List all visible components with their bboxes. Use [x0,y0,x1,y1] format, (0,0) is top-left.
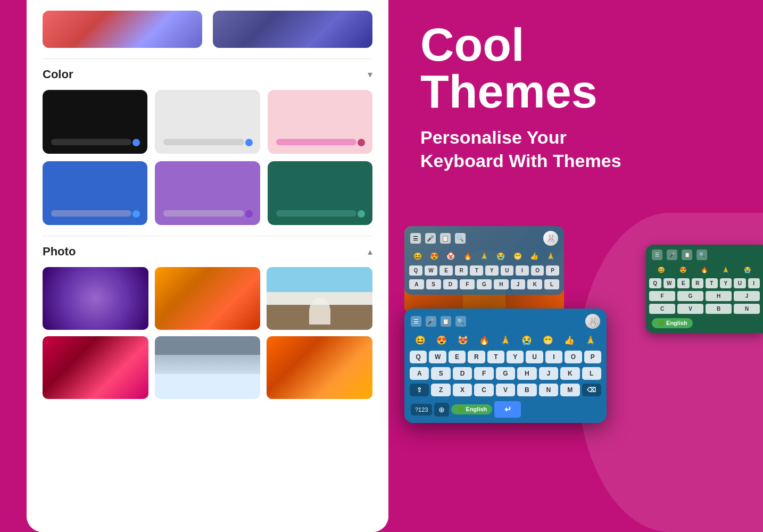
key-main-shift[interactable]: ⇧ [410,384,429,396]
key-main-q[interactable]: Q [410,351,427,363]
photo-autumn-forest[interactable] [267,336,372,399]
tr-key-c[interactable]: C [649,304,675,314]
photo-chevron-icon[interactable]: ▴ [368,246,372,257]
key-main-c[interactable]: C [474,384,493,396]
tr-key-t[interactable]: T [706,278,718,288]
tr-key-b[interactable]: B [706,304,732,314]
photo-winter-forest[interactable] [155,336,261,399]
key-main-v[interactable]: V [496,384,515,396]
gradient-blue-purple-theme[interactable] [213,11,372,48]
key-main-a[interactable]: A [410,367,429,380]
theme-card-teal[interactable] [268,161,372,225]
key-r[interactable]: R [455,265,468,276]
kb-globe-button[interactable]: ⊕ [434,403,449,417]
key-d[interactable]: D [443,279,458,289]
theme-card-black[interactable] [43,90,147,154]
key-main-p[interactable]: P [584,351,601,363]
key-o[interactable]: O [531,265,544,276]
key-u[interactable]: U [501,265,514,276]
left-panel: Color ▾ [27,0,388,532]
key-main-g[interactable]: G [496,367,515,380]
key-main-r[interactable]: R [468,351,485,363]
tr-key-f[interactable]: F [649,291,675,301]
main-avatar: 🐰 [585,314,600,329]
key-main-j[interactable]: J [539,367,558,380]
emoji-heart-eyes: 😍 [427,252,441,260]
tr-language-label[interactable]: 🌿 English [652,318,693,328]
tr-key-j[interactable]: J [734,291,760,301]
emoji-thumbsup: 👍 [527,252,541,260]
key-e[interactable]: E [439,265,453,276]
key-q[interactable]: Q [409,265,422,276]
photo-tajmahal[interactable] [267,267,372,330]
main-row-3: ⇧ Z X C V B N M ⌫ [408,383,603,397]
emoji-main-5: 🙏 [496,335,515,345]
tr-key-y[interactable]: Y [720,278,732,288]
key-main-s[interactable]: S [431,367,450,380]
key-main-n[interactable]: N [539,384,558,396]
tr-key-u[interactable]: U [734,278,746,288]
key-main-m[interactable]: M [560,384,579,396]
kb-language-button[interactable]: 🌿 English [451,404,492,414]
tr-key-e[interactable]: E [677,278,690,288]
key-main-t[interactable]: T [487,351,504,363]
theme-card-light[interactable] [155,90,260,154]
key-s[interactable]: S [426,279,441,289]
key-main-backspace[interactable]: ⌫ [582,384,601,396]
gradient-pink-theme[interactable] [43,11,202,48]
photo-krishna[interactable] [43,336,148,399]
theme-card-purple[interactable] [155,161,260,225]
color-chevron-icon[interactable]: ▾ [368,69,372,80]
tr-key-q[interactable]: Q [649,278,661,288]
key-i[interactable]: I [516,265,529,276]
emoji-fire: 🔥 [460,252,475,260]
key-g[interactable]: G [477,279,492,289]
main-menu-icon: ☰ [411,316,421,327]
tr-key-v[interactable]: V [677,304,703,314]
main-kb-bottom: ?123 ⊕ 🌿 English ↵ [408,399,603,420]
key-main-l[interactable]: L [582,367,601,380]
key-main-h[interactable]: H [517,367,536,380]
key-main-f[interactable]: F [474,367,493,380]
photo-purple-flower[interactable] [43,267,148,330]
tr-key-r[interactable]: R [692,278,704,288]
key-l[interactable]: L [544,279,559,289]
tr-key-w[interactable]: W [664,278,676,288]
key-k[interactable]: K [527,279,542,289]
theme-card-blue[interactable] [43,161,147,225]
emoji-pray2: 🙏 [544,252,558,260]
kb-enter-button[interactable]: ↵ [494,401,521,418]
key-j[interactable]: J [511,279,526,289]
key-w[interactable]: W [425,265,438,276]
tr-key-g[interactable]: G [677,291,703,301]
theme-card-pink-light[interactable] [268,90,372,154]
key-main-u[interactable]: U [526,351,543,363]
key-main-d[interactable]: D [453,367,472,380]
key-main-o[interactable]: O [565,351,582,363]
tr-key-i[interactable]: I [748,278,760,288]
key-main-y[interactable]: Y [507,351,524,363]
tr-search-icon: 🔍 [696,250,707,260]
key-y[interactable]: Y [485,265,499,276]
key-t[interactable]: T [470,265,483,276]
photo-durga[interactable] [155,267,261,330]
tr-row-3: C V B N [649,303,760,314]
tr-key-h[interactable]: H [706,291,732,301]
key-row-qwerty: Q W E R T Y U I O P [407,264,561,277]
key-main-k[interactable]: K [560,367,579,380]
key-main-x[interactable]: X [453,384,472,396]
emoji-main-3: 😻 [453,335,472,345]
key-main-w[interactable]: W [429,351,446,363]
kb-num-button[interactable]: ?123 [411,404,432,415]
search-icon: 🔍 [455,233,466,244]
key-a[interactable]: A [409,279,424,289]
key-main-b[interactable]: B [517,384,536,396]
key-main-i[interactable]: I [545,351,562,363]
key-main-z[interactable]: Z [431,384,450,396]
key-main-e[interactable]: E [449,351,466,363]
tr-key-n[interactable]: N [734,304,760,314]
key-f[interactable]: F [460,279,475,289]
key-p[interactable]: P [546,265,559,276]
key-h[interactable]: H [494,279,509,289]
menu-icon: ☰ [410,233,421,244]
